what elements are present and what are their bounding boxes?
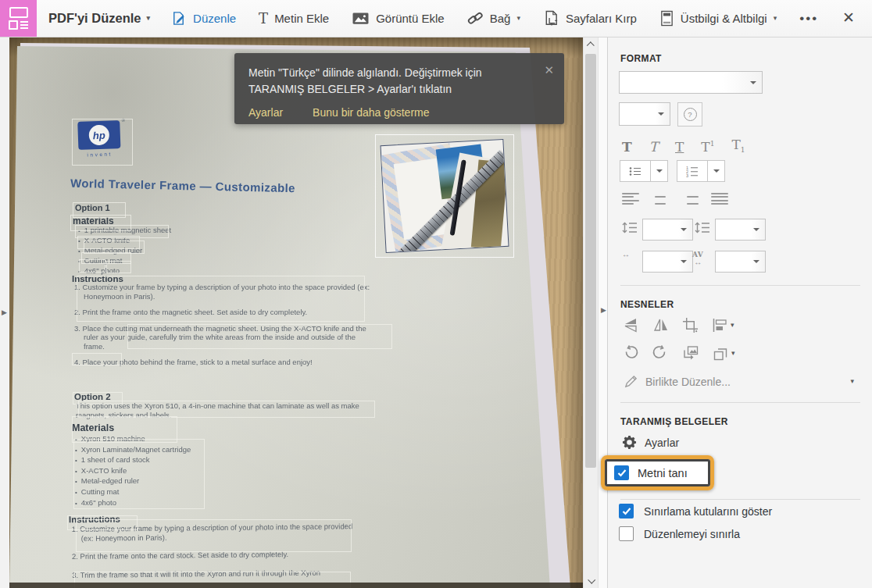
paragraph-spacing-dropdown[interactable]	[715, 219, 766, 241]
show-bounding-boxes-checkbox[interactable]	[619, 504, 634, 519]
align-objects-icon	[711, 317, 728, 333]
expand-left-pane-arrow[interactable]: ▶	[2, 309, 7, 316]
close-toolbar-button[interactable]: ✕	[842, 9, 855, 27]
scrollbar-thumb[interactable]	[585, 54, 596, 468]
add-image-button[interactable]: Görüntü Ekle	[352, 11, 445, 26]
bullet-list-caret[interactable]	[650, 160, 668, 182]
show-bounding-boxes-option[interactable]: Sınırlama kutularını göster	[619, 504, 772, 519]
show-bounding-boxes-label: Sınırlama kutularını göster	[644, 505, 772, 518]
ocr-bounding-box	[76, 519, 352, 552]
rotate-cw-icon	[652, 344, 669, 362]
scanned-documents-section-title: TARANMIŞ BELGELER	[620, 416, 728, 427]
header-footer-icon	[659, 10, 674, 27]
top-toolbar: PDF'yi Düzenle ▾ Düzenle T Metin Ekle Gö…	[0, 0, 872, 37]
rotate-ccw-icon	[622, 344, 639, 362]
recognize-text-highlight: Metni tanı	[601, 455, 714, 490]
character-spacing-dropdown[interactable]	[715, 251, 766, 273]
bullet-list-icon	[629, 166, 641, 176]
chevron-down-icon: ▾	[147, 15, 151, 22]
subscript-button[interactable]: T1	[731, 138, 745, 154]
recognize-text-option[interactable]: Metni tanı	[605, 459, 710, 486]
document-canvas[interactable]: hp ® invent World Traveler Frame — Custo…	[9, 37, 583, 588]
tool-title-menu[interactable]: PDF'yi Düzenle ▾	[48, 11, 150, 26]
scanned-settings-button[interactable]: Ayarlar	[622, 435, 679, 450]
right-pane-strip: ▶	[598, 37, 607, 588]
limit-editing-checkbox[interactable]	[619, 526, 634, 541]
edit-using-button[interactable]: Birlikte Düzenle... ▾	[624, 374, 854, 389]
chevron-down-icon: ▾	[516, 15, 520, 22]
edit-using-label: Birlikte Düzenle...	[645, 376, 731, 388]
header-footer-button[interactable]: Üstbilgi & Altbilgi ▾	[659, 10, 777, 27]
bullet-list-button[interactable]	[620, 160, 668, 182]
check-icon	[617, 469, 627, 477]
svg-text:3: 3	[686, 173, 688, 177]
edit-mode-label: Düzenle	[193, 12, 236, 25]
font-help-button[interactable]: ?	[677, 102, 702, 127]
crop-icon	[682, 317, 699, 333]
toast-settings-link[interactable]: Ayarlar	[248, 106, 283, 119]
scroll-down-button[interactable]	[584, 574, 598, 586]
ocr-bounding-box	[73, 439, 205, 509]
numbered-list-button[interactable]: 123	[677, 160, 725, 182]
replace-image-button[interactable]	[681, 344, 699, 362]
limit-editing-option[interactable]: Düzenlemeyi sınırla	[619, 526, 740, 541]
ocr-bounding-box	[127, 324, 392, 349]
italic-button[interactable]: T	[649, 141, 658, 154]
scroll-up-button[interactable]	[584, 38, 598, 51]
toast-close-icon[interactable]: ✕	[544, 63, 554, 77]
language-detected-toast: Metin "Türkçe" dilinde algılandı. Değişt…	[234, 53, 564, 124]
crop-pages-icon	[543, 10, 559, 27]
bold-button[interactable]: T	[622, 141, 632, 154]
more-tools-button[interactable]: •••	[799, 11, 818, 27]
superscript-button[interactable]: T1	[701, 141, 714, 154]
divider	[620, 285, 860, 286]
flip-horizontal-button[interactable]	[652, 316, 670, 333]
horizontal-scale-dropdown[interactable]	[642, 251, 693, 273]
tool-title-label: PDF'yi Düzenle	[48, 11, 141, 26]
flip-horizontal-icon	[652, 316, 670, 333]
ocr-bounding-box	[78, 401, 375, 418]
flip-vertical-button[interactable]	[622, 316, 640, 333]
craft-photo	[380, 139, 509, 253]
ocr-bounding-box	[79, 259, 105, 273]
pencil-icon	[624, 374, 638, 389]
scanned-settings-label: Ayarlar	[645, 437, 679, 449]
vertical-scrollbar[interactable]	[583, 37, 598, 588]
check-icon	[622, 508, 631, 515]
crop-pages-button[interactable]: Sayfaları Kırp	[543, 10, 637, 27]
arrange-objects-button[interactable]: ▾	[712, 345, 735, 362]
align-center-button[interactable]	[652, 193, 669, 205]
edit-pdf-tool-icon	[0, 0, 37, 37]
objects-section-title: NESNELER	[620, 299, 674, 310]
chevron-up-icon	[586, 41, 594, 49]
link-button[interactable]: Bağ ▾	[467, 10, 520, 27]
font-family-dropdown[interactable]	[619, 71, 763, 94]
align-justify-button[interactable]	[711, 193, 728, 205]
gear-icon	[622, 435, 637, 450]
chevron-down-icon	[588, 576, 595, 583]
toast-dismiss-link[interactable]: Bunu bir daha gösterme	[313, 106, 429, 119]
align-right-button[interactable]	[681, 193, 699, 205]
rotate-counterclockwise-button[interactable]	[622, 344, 639, 362]
edit-mode-button[interactable]: Düzenle	[170, 10, 236, 27]
numbered-list-caret[interactable]	[707, 160, 725, 182]
rotate-clockwise-button[interactable]	[652, 344, 669, 362]
divider	[620, 402, 860, 403]
recognize-text-checkbox[interactable]	[614, 465, 629, 480]
add-text-button[interactable]: T Metin Ekle	[259, 12, 329, 26]
chevron-down-icon: ▾	[774, 15, 777, 22]
align-left-button[interactable]	[622, 193, 639, 205]
chevron-down-icon: ▾	[850, 378, 854, 385]
align-objects-button[interactable]: ▾	[711, 317, 734, 333]
paragraph-spacing-icon	[695, 221, 710, 237]
replace-image-icon	[681, 344, 699, 362]
underline-button[interactable]: T	[675, 141, 684, 154]
ocr-bounding-box	[77, 276, 365, 322]
photo-object-selection[interactable]	[375, 134, 514, 258]
line-spacing-dropdown[interactable]	[642, 219, 693, 241]
crop-object-button[interactable]	[682, 317, 699, 333]
collapse-right-pane-arrow[interactable]: ▶	[601, 307, 606, 314]
edit-pdf-right-panel: FORMAT ? T T T T1 T1 123	[607, 37, 872, 588]
desk-edge	[9, 583, 583, 588]
font-size-dropdown[interactable]	[619, 102, 670, 126]
